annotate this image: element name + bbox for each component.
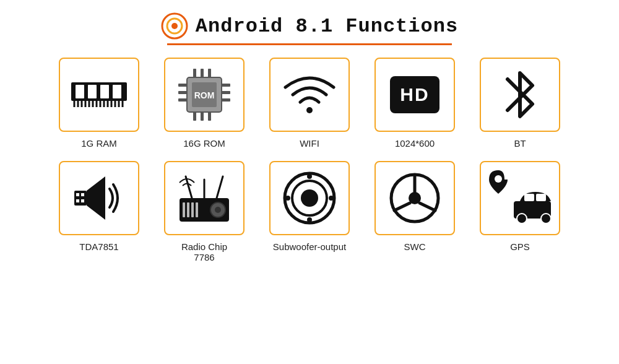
svg-rect-48 xyxy=(183,202,185,217)
svg-rect-32 xyxy=(201,69,204,77)
hd-icon: HD xyxy=(390,76,439,113)
svg-rect-51 xyxy=(196,202,198,217)
page-header: Android 8.1 Functions xyxy=(161,12,458,40)
svg-point-56 xyxy=(301,189,318,207)
svg-rect-30 xyxy=(222,98,230,102)
ram-icon-box xyxy=(59,58,139,132)
gps-icon-box xyxy=(480,161,560,235)
title-underline xyxy=(167,43,452,45)
radio-icon-box xyxy=(164,161,245,235)
svg-rect-38 xyxy=(74,191,87,206)
radio-icon xyxy=(173,170,235,226)
rom-icon: ROM xyxy=(173,64,235,126)
svg-point-60 xyxy=(329,196,334,201)
feature-resolution: HD 1024*600 xyxy=(365,58,464,149)
svg-marker-39 xyxy=(87,176,105,220)
svg-point-59 xyxy=(285,196,290,201)
svg-line-64 xyxy=(394,203,410,210)
svg-rect-40 xyxy=(76,193,79,196)
feature-swc: SWC xyxy=(365,161,464,262)
svg-point-68 xyxy=(517,214,527,223)
svg-point-53 xyxy=(215,207,221,213)
speaker-icon-box xyxy=(59,161,139,235)
bt-label: BT xyxy=(514,138,526,149)
steering-icon xyxy=(387,170,443,226)
svg-rect-70 xyxy=(524,194,534,201)
svg-rect-41 xyxy=(81,193,84,196)
feature-rom: ROM 16G ROM xyxy=(155,58,254,149)
speaker-icon xyxy=(71,173,127,223)
gps-label: GPS xyxy=(510,241,530,252)
svg-text:ROM: ROM xyxy=(194,90,215,100)
svg-point-58 xyxy=(307,217,312,222)
svg-rect-71 xyxy=(536,194,546,201)
svg-rect-34 xyxy=(193,112,196,121)
gps-icon xyxy=(486,170,554,226)
bt-icon-box xyxy=(480,58,560,132)
page-title: Android 8.1 Functions xyxy=(196,15,458,38)
svg-rect-5 xyxy=(88,85,97,98)
svg-rect-33 xyxy=(208,69,211,77)
svg-rect-35 xyxy=(201,112,204,121)
swc-label: SWC xyxy=(404,241,426,252)
subwoofer-icon xyxy=(282,170,337,226)
feature-tda: TDA7851 xyxy=(50,161,149,262)
features-grid: 1G RAM ROM xyxy=(50,58,569,262)
radio-label: Radio Chip7786 xyxy=(181,241,227,262)
rom-label: 16G ROM xyxy=(183,138,225,149)
feature-ram: 1G RAM xyxy=(50,58,149,149)
svg-rect-29 xyxy=(222,91,230,94)
svg-rect-43 xyxy=(81,199,84,202)
feature-bt: BT xyxy=(470,58,569,149)
svg-rect-31 xyxy=(193,69,196,77)
svg-rect-25 xyxy=(178,84,187,87)
bluetooth-icon xyxy=(498,67,542,123)
svg-rect-36 xyxy=(208,112,211,121)
tda-label: TDA7851 xyxy=(79,241,118,252)
svg-point-37 xyxy=(306,107,313,113)
feature-gps: GPS xyxy=(470,161,569,262)
ram-icon xyxy=(68,70,130,119)
subwoofer-icon-box xyxy=(269,161,350,235)
resolution-label: 1024*600 xyxy=(395,138,435,149)
feature-radio: Radio Chip7786 xyxy=(155,161,254,262)
svg-rect-6 xyxy=(100,85,109,98)
rom-icon-box: ROM xyxy=(164,58,245,132)
svg-rect-4 xyxy=(76,85,84,98)
svg-rect-27 xyxy=(178,98,187,102)
svg-point-2 xyxy=(171,23,178,29)
svg-rect-49 xyxy=(187,202,189,217)
steering-icon-box xyxy=(374,161,455,235)
hd-icon-box: HD xyxy=(374,58,455,132)
svg-rect-42 xyxy=(76,199,79,202)
svg-rect-28 xyxy=(222,84,230,87)
subwoofer-label: Subwoofer-output xyxy=(273,241,346,252)
feature-subwoofer: Subwoofer-output xyxy=(260,161,359,262)
svg-point-57 xyxy=(307,174,312,179)
svg-line-47 xyxy=(217,176,223,198)
svg-point-66 xyxy=(495,175,502,183)
android-icon xyxy=(161,12,188,40)
feature-wifi: WIFI xyxy=(260,58,359,149)
svg-rect-26 xyxy=(178,91,187,94)
wifi-icon xyxy=(282,70,337,119)
svg-rect-50 xyxy=(191,202,194,217)
wifi-icon-box xyxy=(269,58,350,132)
wifi-label: WIFI xyxy=(300,138,319,149)
ram-label: 1G RAM xyxy=(81,138,117,149)
svg-point-69 xyxy=(541,214,551,223)
svg-rect-7 xyxy=(113,85,121,98)
svg-line-65 xyxy=(420,203,435,210)
